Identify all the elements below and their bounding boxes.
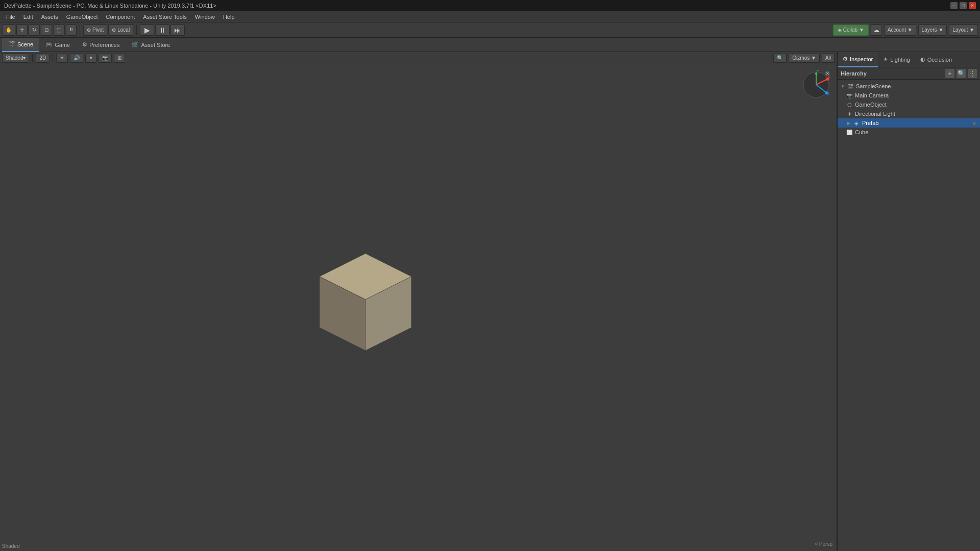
scene-icon: 🎬 (8, 41, 15, 47)
tab-bar: 🎬 Scene 🎮 Game ⚙ Preferences 🛒 Asset Sto… (0, 38, 980, 52)
lighting-toggle[interactable]: ☀ (56, 54, 68, 63)
menu-asset-store-tools[interactable]: Asset Store Tools (139, 13, 190, 21)
layout-dropdown[interactable]: Layout ▼ (949, 24, 978, 36)
menu-component[interactable]: Component (102, 13, 139, 21)
minimize-button[interactable]: ─ (950, 2, 958, 9)
layers-dropdown[interactable]: Layers ▼ (918, 24, 947, 36)
audio-toggle[interactable]: 🔊 (70, 54, 83, 63)
close-button[interactable]: ✕ (969, 2, 976, 9)
vt-sep1 (32, 54, 33, 62)
toolbar-rotate-tool[interactable]: ↻ (29, 24, 40, 36)
2d-mode-button[interactable]: 2D (36, 54, 50, 63)
pivot-icon: ⊕ (87, 27, 91, 33)
hierarchy-header: Hierarchy + 🔍 ⋮ (838, 67, 980, 80)
toolbar-rect-tool[interactable]: ⬚ (53, 24, 65, 36)
toolbar-right: ◈ Collab ▼ ☁ Account ▼ Layers ▼ Layout ▼ (833, 24, 978, 36)
toolbar-transform-tool[interactable]: ⠿ (66, 24, 77, 36)
game-icon: 🎮 (45, 41, 53, 48)
toolbar-local-button[interactable]: ⊕ Local (108, 24, 133, 36)
main-area: Shaded ▾ 2D ☀ 🔊 ✦ 📷 ⊞ 🔍 Gizmos ▼ All (0, 52, 980, 551)
pause-button[interactable]: ⏸ (155, 24, 169, 36)
svg-text:Z: Z (827, 92, 830, 95)
scene-expand-arrow: ▼ (840, 83, 846, 89)
tab-asset-store[interactable]: 🛒 Asset Store (126, 38, 176, 52)
cloud-button[interactable]: ☁ (871, 24, 882, 36)
toolbar-sep1 (80, 25, 80, 35)
step-button[interactable]: ⏭ (170, 24, 185, 36)
hierarchy-content: ▼ 🎬 SampleScene ⋮ 📷 Main Camera ⬡ GameOb… (838, 80, 980, 139)
menu-assets[interactable]: Assets (37, 13, 62, 21)
toolbar-pivot-button[interactable]: ⊕ Pivot (83, 24, 107, 36)
hierarchy-item-directional-light[interactable]: ☀ Directional Light (838, 109, 980, 118)
preferences-icon: ⚙ (82, 41, 87, 48)
tab-scene[interactable]: 🎬 Scene (2, 38, 39, 52)
tab-occlusion[interactable]: ◐ Occlusion (915, 52, 957, 67)
titlebar-title: DevPalette - SampleScene - PC, Mac & Lin… (4, 3, 216, 9)
scene-gizmo[interactable]: Y X Z ✕ (801, 69, 831, 100)
prefab-arrow[interactable]: ▶ (973, 120, 980, 127)
chevron-down-icon: ▾ (23, 55, 26, 61)
scene-more-button[interactable]: ⋮ (971, 83, 980, 90)
grid-toggle[interactable]: ⊞ (114, 54, 125, 63)
svg-text:✕: ✕ (826, 71, 829, 76)
menu-file[interactable]: File (2, 13, 19, 21)
tab-lighting[interactable]: ☀ Lighting (878, 52, 915, 67)
gizmos-dropdown[interactable]: Gizmos ▼ (789, 54, 820, 63)
cube-icon: ⬜ (846, 129, 853, 136)
hierarchy-item-gameobject[interactable]: ⬡ GameObject (838, 100, 980, 109)
fx-toggle[interactable]: ✦ (85, 54, 96, 63)
hierarchy-title: Hierarchy (841, 70, 867, 77)
hierarchy-add-button[interactable]: + (945, 69, 954, 78)
right-panel: ⚙ Inspector ☀ Lighting ◐ Occlusion Hiera… (837, 52, 980, 551)
hierarchy-item-cube[interactable]: ⬜ Cube (838, 128, 980, 137)
menu-help[interactable]: Help (219, 13, 239, 21)
occlusion-icon: ◐ (920, 56, 925, 63)
layers-filter[interactable]: All (822, 54, 835, 63)
scene-viewport: Shaded ▾ 2D ☀ 🔊 ✦ 📷 ⊞ 🔍 Gizmos ▼ All (0, 52, 837, 551)
hierarchy-panel: Hierarchy + 🔍 ⋮ ▼ 🎬 SampleScene ⋮ 📷 (838, 67, 980, 551)
svg-text:X: X (828, 76, 830, 79)
local-icon: ⊕ (112, 27, 116, 33)
lighting-icon: ☀ (883, 56, 888, 63)
svg-text:Y: Y (817, 69, 819, 73)
light-icon: ☀ (846, 110, 853, 117)
shading-mode-dropdown[interactable]: Shaded ▾ (2, 54, 29, 63)
scene-area[interactable]: Y X Z ✕ < Persp Shad (0, 64, 837, 551)
account-dropdown[interactable]: Account ▼ (884, 24, 916, 36)
cube-3d (309, 243, 422, 372)
collab-button[interactable]: ◈ Collab ▼ (833, 24, 869, 36)
toolbar-hand-tool[interactable]: ✋ (2, 24, 15, 36)
menubar: File Edit Assets GameObject Component As… (0, 11, 980, 22)
hierarchy-more-button[interactable]: ⋮ (968, 69, 977, 78)
prefab-expand-arrow: ▶ (846, 120, 852, 126)
right-panel-tabs: ⚙ Inspector ☀ Lighting ◐ Occlusion (838, 52, 980, 67)
titlebar-controls: ─ □ ✕ (950, 2, 976, 9)
tab-preferences[interactable]: ⚙ Preferences (76, 38, 126, 52)
menu-edit[interactable]: Edit (19, 13, 37, 21)
inspector-icon: ⚙ (843, 56, 848, 62)
prefab-icon: ◈ (853, 119, 860, 127)
perspective-label: < Persp (815, 541, 832, 547)
scene-camera-btn[interactable]: 📷 (99, 54, 112, 63)
toolbar: ✋ ✛ ↻ ⊡ ⬚ ⠿ ⊕ Pivot ⊕ Local ▶ ⏸ ⏭ ◈ Coll… (0, 22, 980, 38)
hierarchy-item-main-camera[interactable]: 📷 Main Camera (838, 91, 980, 100)
toolbar-move-tool[interactable]: ✛ (16, 24, 28, 36)
viewport-toolbar: Shaded ▾ 2D ☀ 🔊 ✦ 📷 ⊞ 🔍 Gizmos ▼ All (0, 52, 837, 64)
tab-inspector[interactable]: ⚙ Inspector (838, 52, 878, 67)
camera-icon: 📷 (846, 92, 853, 99)
gameobject-icon: ⬡ (846, 101, 853, 108)
menu-gameobject[interactable]: GameObject (62, 13, 102, 21)
tab-game[interactable]: 🎮 Game (39, 38, 76, 52)
shading-label: Shaded (2, 543, 19, 549)
search-btn[interactable]: 🔍 (773, 54, 787, 63)
hierarchy-scene-root[interactable]: ▼ 🎬 SampleScene ⋮ (838, 82, 980, 91)
asset-store-icon: 🛒 (132, 41, 139, 48)
toolbar-sep2 (136, 25, 137, 35)
menu-window[interactable]: Window (191, 13, 219, 21)
maximize-button[interactable]: □ (960, 2, 967, 9)
hierarchy-search-button[interactable]: 🔍 (957, 69, 966, 78)
scene-icon: 🎬 (847, 83, 854, 90)
play-button[interactable]: ▶ (140, 24, 154, 36)
hierarchy-item-prefab[interactable]: ▶ ◈ Prefab ▶ (838, 118, 980, 128)
toolbar-scale-tool[interactable]: ⊡ (41, 24, 52, 36)
